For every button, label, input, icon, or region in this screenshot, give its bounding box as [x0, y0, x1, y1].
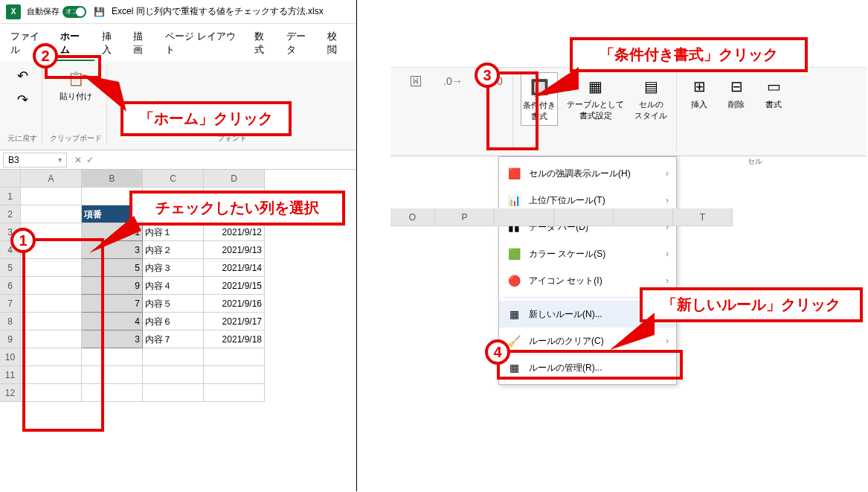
cell[interactable] — [143, 366, 204, 384]
col-header[interactable]: B — [82, 170, 143, 188]
increase-decimal-button[interactable]: →.00 — [475, 72, 505, 90]
cell[interactable] — [143, 188, 204, 205]
cell[interactable]: 3 — [82, 330, 143, 348]
cell[interactable]: 1 — [82, 223, 143, 241]
cell[interactable]: 3 — [82, 241, 143, 259]
cell[interactable]: 2021/9/18 — [204, 330, 265, 348]
col-header[interactable]: P — [435, 208, 495, 226]
cell[interactable]: 4 — [82, 313, 143, 330]
toggle-on-icon[interactable]: オン — [62, 6, 86, 18]
tab-formulas[interactable]: 数式 — [248, 27, 279, 61]
row-header[interactable]: 12 — [0, 384, 21, 402]
chevron-down-icon[interactable]: ▾ — [58, 156, 62, 164]
cell[interactable] — [21, 348, 82, 366]
row-header[interactable]: 4 — [0, 241, 21, 259]
cell[interactable] — [21, 205, 82, 223]
cf-new-rule[interactable]: ▦ 新しいルール(N)... — [499, 301, 676, 328]
undo-icon[interactable]: ↶ — [12, 66, 33, 86]
cell[interactable] — [21, 259, 82, 277]
format-cells-button[interactable]: ▭ 書式 — [759, 72, 788, 113]
cancel-icon[interactable]: ✕ — [74, 155, 82, 165]
name-box[interactable]: B3 ▾ — [3, 153, 67, 167]
redo-icon[interactable]: ↷ — [12, 89, 33, 110]
cell[interactable] — [143, 348, 204, 366]
cf-clear-rules[interactable]: 🧹 ルールのクリア(C) › — [499, 328, 676, 354]
row-header[interactable]: 10 — [0, 348, 21, 366]
worksheet-grid-right[interactable]: O P T — [390, 208, 867, 226]
autosave-toggle[interactable]: 自動保存 オン — [27, 6, 86, 18]
row-header[interactable]: 8 — [0, 313, 21, 330]
cell[interactable] — [21, 313, 82, 330]
cell[interactable] — [21, 330, 82, 348]
tab-review[interactable]: 校閲 — [321, 27, 352, 61]
delete-cells-button[interactable]: ⊟ 削除 — [721, 72, 751, 113]
col-header[interactable]: T — [673, 208, 733, 226]
cell[interactable] — [21, 241, 82, 259]
tab-home[interactable]: ホーム — [54, 27, 94, 61]
cell[interactable]: 内容１ — [143, 223, 204, 241]
cell[interactable]: 2021/9/17 — [204, 313, 265, 330]
comma-style-button[interactable]: 🅆 — [401, 72, 431, 90]
filter-dropdown-icon[interactable]: ▾ — [130, 208, 141, 219]
col-header[interactable] — [554, 208, 614, 226]
worksheet-grid[interactable]: A B C D 1 2 項番▾ 内容▾ 実施日 3 1 内容１ 2021/9/1… — [0, 170, 356, 402]
cell[interactable] — [204, 366, 265, 384]
col-header[interactable] — [495, 208, 554, 226]
paste-button[interactable]: 📋 貼り付け — [58, 66, 94, 105]
cell[interactable]: 2021/9/15 — [204, 277, 265, 295]
row-header[interactable]: 7 — [0, 295, 21, 313]
cell[interactable] — [21, 277, 82, 295]
cell[interactable]: 内容３ — [143, 259, 204, 277]
tab-data[interactable]: データ — [280, 27, 320, 61]
cf-color-scales[interactable]: 🟩 カラー スケール(S) › — [499, 240, 676, 267]
cell[interactable]: 内容６ — [143, 313, 204, 330]
row-header[interactable]: 9 — [0, 330, 21, 348]
confirm-icon[interactable]: ✓ — [86, 155, 94, 165]
row-header[interactable]: 2 — [0, 205, 21, 223]
cell[interactable]: 2021/9/16 — [204, 295, 265, 313]
row-header[interactable]: 11 — [0, 366, 21, 384]
row-header[interactable]: 1 — [0, 188, 21, 205]
save-icon[interactable]: 💾 — [92, 5, 106, 19]
col-header[interactable]: O — [390, 208, 435, 226]
cell[interactable]: 内容５ — [143, 295, 204, 313]
decrease-decimal-button[interactable]: .0→ — [438, 72, 468, 90]
tab-page-layout[interactable]: ページ レイアウト — [159, 27, 247, 61]
table-header-cell[interactable]: 内容▾ — [143, 205, 204, 223]
cell-styles-button[interactable]: ▤ セルの スタイル — [633, 72, 669, 124]
cf-manage-rules[interactable]: ▦ ルールの管理(R)... — [499, 354, 676, 381]
tab-draw[interactable]: 描画 — [127, 27, 158, 61]
cell[interactable] — [204, 348, 265, 366]
insert-cells-button[interactable]: ⊞ 挿入 — [684, 72, 714, 113]
table-header-cell[interactable]: 項番▾ — [82, 205, 143, 223]
filter-dropdown-icon[interactable]: ▾ — [191, 208, 202, 219]
cell[interactable] — [21, 366, 82, 384]
row-header[interactable]: 5 — [0, 259, 21, 277]
format-as-table-button[interactable]: ▦ テーブルとして 書式設定 — [565, 72, 626, 124]
cell[interactable] — [204, 384, 265, 402]
cell[interactable]: 内容７ — [143, 330, 204, 348]
select-all-corner[interactable] — [0, 170, 21, 188]
row-header[interactable]: 3 — [0, 223, 21, 241]
tab-file[interactable]: ファイル — [4, 27, 53, 61]
tab-insert[interactable]: 挿入 — [96, 27, 126, 61]
cell[interactable] — [82, 384, 143, 402]
cell[interactable] — [143, 384, 204, 402]
cell[interactable]: 内容４ — [143, 277, 204, 295]
cell[interactable]: 9 — [82, 277, 143, 295]
cf-icon-sets[interactable]: 🔴 アイコン セット(I) › — [499, 267, 676, 294]
cell[interactable] — [204, 188, 265, 205]
cell[interactable] — [21, 223, 82, 241]
col-header[interactable] — [614, 208, 673, 226]
cell[interactable] — [82, 366, 143, 384]
cell[interactable]: 5 — [82, 259, 143, 277]
col-header[interactable]: A — [21, 170, 82, 188]
cell[interactable] — [21, 295, 82, 313]
cell[interactable] — [82, 348, 143, 366]
col-header[interactable]: D — [204, 170, 265, 188]
cf-highlight-rules[interactable]: 🟥 セルの強調表示ルール(H) › — [499, 160, 676, 187]
cell[interactable]: 2021/9/12 — [204, 223, 265, 241]
cell[interactable]: 2021/9/14 — [204, 259, 265, 277]
cell[interactable] — [82, 188, 143, 205]
cell[interactable] — [21, 384, 82, 402]
